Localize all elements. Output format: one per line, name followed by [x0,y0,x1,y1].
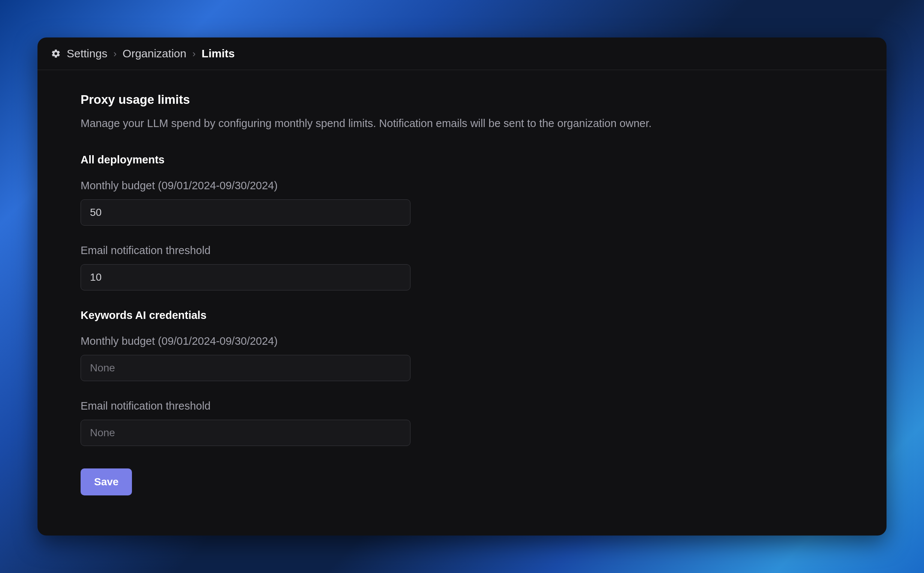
keywords-ai-budget-input[interactable] [81,355,410,381]
keywords-ai-budget-label: Monthly budget (09/01/2024-09/30/2024) [81,335,843,348]
breadcrumb: Settings › Organization › Limits [38,38,886,70]
section-all-deployments-heading: All deployments [81,153,843,166]
all-deployments-threshold-input[interactable] [81,264,410,290]
page-title: Proxy usage limits [81,92,843,107]
gear-icon [51,49,61,58]
keywords-ai-threshold-label: Email notification threshold [81,400,843,412]
breadcrumb-settings[interactable]: Settings [67,47,107,60]
page-description: Manage your LLM spend by configuring mon… [81,116,843,131]
breadcrumb-limits: Limits [202,47,235,60]
keywords-ai-threshold-input[interactable] [81,420,410,446]
content-area: Proxy usage limits Manage your LLM spend… [38,70,886,535]
settings-panel: Settings › Organization › Limits Proxy u… [38,38,886,535]
breadcrumb-organization[interactable]: Organization [122,47,186,60]
chevron-right-icon: › [192,48,196,59]
all-deployments-budget-input[interactable] [81,199,410,225]
all-deployments-threshold-label: Email notification threshold [81,244,843,257]
save-button[interactable]: Save [81,468,132,495]
all-deployments-budget-label: Monthly budget (09/01/2024-09/30/2024) [81,180,843,192]
section-keywords-ai-heading: Keywords AI credentials [81,309,843,321]
chevron-right-icon: › [113,48,117,59]
